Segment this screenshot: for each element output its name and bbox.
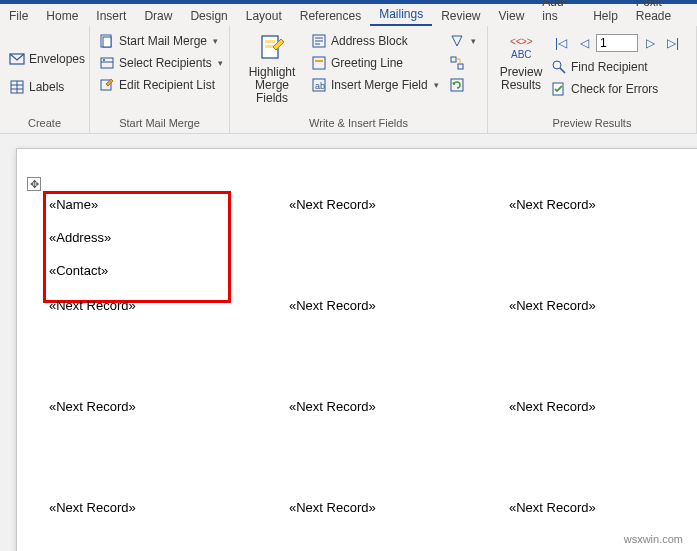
label-cell[interactable]: «Next Record» — [485, 193, 697, 294]
svg-rect-18 — [313, 57, 325, 69]
find-recipient-label: Find Recipient — [571, 60, 648, 74]
highlight-icon — [256, 32, 288, 64]
prev-record-button[interactable]: ◁ — [573, 32, 595, 54]
group-write-insert: HighlightMerge Fields Address Block Gree… — [230, 26, 488, 133]
tab-foxit[interactable]: Foxit Reade — [627, 0, 697, 26]
last-record-button[interactable]: ▷| — [662, 32, 684, 54]
svg-rect-22 — [451, 57, 456, 62]
next-record-button[interactable]: ▷ — [639, 32, 661, 54]
check-errors-icon — [551, 81, 567, 97]
merge-field-next: «Next Record» — [509, 399, 596, 414]
find-recipient-icon — [551, 59, 567, 75]
insert-field-icon: ab — [311, 77, 327, 93]
document-area[interactable]: ✥ «Name» «Address» «Contact» «Next Recor… — [0, 134, 697, 551]
label-cell[interactable]: «Name» «Address» «Contact» — [45, 193, 265, 294]
edit-recipient-list-label: Edit Recipient List — [119, 78, 215, 92]
group-start-mail-merge: Start Mail Merge ▾ Select Recipients ▾ E… — [90, 26, 230, 133]
label-cell[interactable]: «Next Record» — [45, 496, 265, 551]
record-number-input[interactable] — [596, 34, 638, 52]
rules-button[interactable]: ▾ — [446, 30, 479, 52]
match-fields-icon — [449, 55, 465, 71]
first-icon: |◁ — [555, 36, 567, 50]
greeting-line-label: Greeting Line — [331, 56, 403, 70]
label-cell[interactable]: «Next Record» — [265, 193, 485, 294]
highlight-merge-fields-button[interactable]: HighlightMerge Fields — [236, 30, 308, 115]
tab-references[interactable]: References — [291, 5, 370, 26]
merge-field-next: «Next Record» — [49, 298, 136, 313]
greeting-icon — [311, 55, 327, 71]
first-record-button[interactable]: |◁ — [550, 32, 572, 54]
label-cell[interactable]: «Next Record» — [485, 395, 697, 496]
match-fields-button[interactable] — [446, 52, 479, 74]
chevron-down-icon: ▾ — [471, 36, 476, 46]
chevron-down-icon: ▾ — [213, 36, 218, 46]
tab-mailings[interactable]: Mailings — [370, 3, 432, 26]
label-cell[interactable]: «Next Record» — [45, 395, 265, 496]
update-labels-button[interactable] — [446, 74, 479, 96]
merge-field-name: «Name» — [49, 197, 98, 212]
table-anchor-icon[interactable]: ✥ — [27, 177, 41, 191]
merge-field-next: «Next Record» — [509, 298, 596, 313]
tab-home[interactable]: Home — [37, 5, 87, 26]
tab-review[interactable]: Review — [432, 5, 489, 26]
tab-addins[interactable]: Add-ins — [533, 0, 584, 26]
tab-view[interactable]: View — [490, 5, 534, 26]
greeting-line-button[interactable]: Greeting Line — [308, 52, 442, 74]
label-cell[interactable]: «Next Record» — [485, 294, 697, 395]
envelopes-button[interactable]: Envelopes — [6, 48, 88, 70]
highlight-label-2: Merge Fields — [255, 78, 289, 105]
label-cell[interactable]: «Next Record» — [265, 395, 485, 496]
tab-design[interactable]: Design — [181, 5, 236, 26]
preview-label-1: Preview — [500, 65, 543, 79]
group-write-label: Write & Insert Fields — [236, 115, 481, 131]
label-cell[interactable]: «Next Record» — [265, 294, 485, 395]
edit-recipient-list-button[interactable]: Edit Recipient List — [96, 74, 226, 96]
group-create: Envelopes Labels Create — [0, 26, 90, 133]
preview-icon: <<>>ABC — [505, 32, 537, 64]
recipients-icon — [99, 55, 115, 71]
svg-text:ABC: ABC — [511, 49, 532, 60]
ribbon: Envelopes Labels Create Start Mail Mer — [0, 26, 697, 134]
preview-label-2: Results — [501, 78, 541, 92]
start-mail-merge-label: Start Mail Merge — [119, 34, 207, 48]
tab-layout[interactable]: Layout — [237, 5, 291, 26]
label-cell[interactable]: «Next Record» — [265, 496, 485, 551]
labels-icon — [9, 79, 25, 95]
check-errors-button[interactable]: Check for Errors — [548, 78, 686, 100]
merge-field-next: «Next Record» — [49, 399, 136, 414]
select-recipients-button[interactable]: Select Recipients ▾ — [96, 52, 226, 74]
insert-merge-field-button[interactable]: ab Insert Merge Field ▾ — [308, 74, 442, 96]
merge-field-contact: «Contact» — [49, 263, 108, 278]
tab-help[interactable]: Help — [584, 5, 627, 26]
merge-field-next: «Next Record» — [289, 298, 376, 313]
edit-list-icon — [99, 77, 115, 93]
document-page[interactable]: ✥ «Name» «Address» «Contact» «Next Recor… — [16, 148, 697, 551]
merge-field-next: «Next Record» — [289, 500, 376, 515]
find-recipient-button[interactable]: Find Recipient — [548, 56, 686, 78]
merge-field-next: «Next Record» — [289, 399, 376, 414]
svg-rect-7 — [101, 58, 113, 68]
chevron-down-icon: ▾ — [218, 58, 223, 68]
tab-insert[interactable]: Insert — [87, 5, 135, 26]
start-mail-merge-button[interactable]: Start Mail Merge ▾ — [96, 30, 226, 52]
merge-field-next: «Next Record» — [509, 197, 596, 212]
svg-point-28 — [553, 61, 561, 69]
svg-rect-6 — [103, 37, 111, 47]
address-block-button[interactable]: Address Block — [308, 30, 442, 52]
svg-rect-12 — [265, 40, 275, 43]
prev-icon: ◁ — [580, 36, 589, 50]
last-icon: ▷| — [667, 36, 679, 50]
tab-strip: File Home Insert Draw Design Layout Refe… — [0, 0, 697, 26]
merge-field-next: «Next Record» — [49, 500, 136, 515]
labels-button[interactable]: Labels — [6, 76, 88, 98]
label-cell[interactable]: «Next Record» — [45, 294, 265, 395]
chevron-down-icon: ▾ — [434, 80, 439, 90]
merge-field-next: «Next Record» — [509, 500, 596, 515]
preview-results-button[interactable]: <<>>ABC PreviewResults — [494, 30, 548, 115]
insert-merge-field-label: Insert Merge Field — [331, 78, 428, 92]
update-labels-icon — [449, 77, 465, 93]
tab-draw[interactable]: Draw — [135, 5, 181, 26]
next-icon: ▷ — [646, 36, 655, 50]
svg-text:ab: ab — [315, 81, 325, 91]
tab-file[interactable]: File — [0, 5, 37, 26]
